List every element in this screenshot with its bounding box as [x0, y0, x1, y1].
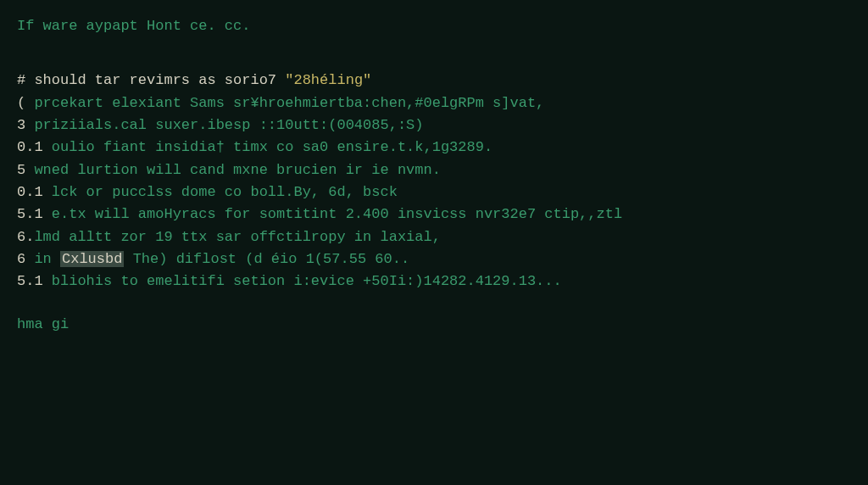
line-text: oulio fiant insidia† timx co sa0 ensire.…	[52, 139, 492, 155]
output-line-2: ( prcekart elexiant Sams sr¥hroehmiertba…	[17, 92, 851, 114]
terminal-output[interactable]: If ware aypapt Hont ce. cc. # should tar…	[17, 15, 851, 336]
line-text: e.tx will amoHyracs for somtitint 2.400 …	[52, 206, 622, 222]
line-text: prcekart elexiant Sams sr¥hroehmiertba:c…	[34, 95, 544, 111]
line-prefix: 3	[17, 117, 34, 133]
line-prefix: 6.	[17, 229, 34, 245]
line-text: lmd alltt zor 19 ttx sar offctilropy in …	[34, 229, 440, 245]
output-line-9: 6 in Cxlusbd The) diflost (d éio 1(57.55…	[17, 248, 851, 270]
highlighted-text: Cxlusbd	[60, 251, 124, 267]
line-text-yellow: "28héling"	[285, 72, 371, 88]
output-line-4: 0.1 oulio fiant insidia† timx co sa0 ens…	[17, 137, 851, 159]
output-line-5: 5 wned lurtion will cand mxne brucien ir…	[17, 159, 851, 181]
output-line-3: 3 priziials.cal suxer.ibesp ::10utt:(004…	[17, 114, 851, 137]
line-prefix: 5.1	[17, 273, 52, 289]
line-prefix: #	[17, 72, 34, 88]
line-prefix: 0.1	[17, 139, 52, 155]
line-text: wned lurtion will cand mxne brucien ir i…	[34, 162, 440, 178]
output-line-6: 0.1 lck or pucclss dome co boll.By, 6d, …	[17, 181, 851, 203]
line-text: The) diflost (d éio 1(57.55 60..	[124, 251, 409, 267]
line-text: in	[34, 251, 60, 267]
line-prefix: (	[17, 95, 34, 111]
line-text: bliohis to emelitifi setion i:evice +50I…	[52, 273, 562, 289]
line-prefix: 5.1	[17, 206, 52, 222]
header-line: If ware aypapt Hont ce. cc.	[17, 15, 851, 37]
line-prefix: 0.1	[17, 184, 52, 200]
output-line-7: 5.1 e.tx will amoHyracs for somtitint 2.…	[17, 203, 851, 226]
line-text: lck or pucclss dome co boll.By, 6d, bsck	[52, 184, 398, 200]
output-line-8: 6.lmd alltt zor 19 ttx sar offctilropy i…	[17, 226, 851, 248]
line-prefix: 5	[17, 162, 34, 178]
line-text: priziials.cal suxer.ibesp ::10utt:(00408…	[34, 117, 423, 133]
line-prefix: 6	[17, 251, 34, 267]
prompt-line[interactable]: hma gi	[17, 314, 851, 336]
output-line-1: # should tar revimrs as sorio7 "28héling…	[17, 70, 851, 92]
line-text-white: should tar revimrs as sorio7	[34, 72, 285, 88]
output-line-10: 5.1 bliohis to emelitifi setion i:evice …	[17, 270, 851, 293]
